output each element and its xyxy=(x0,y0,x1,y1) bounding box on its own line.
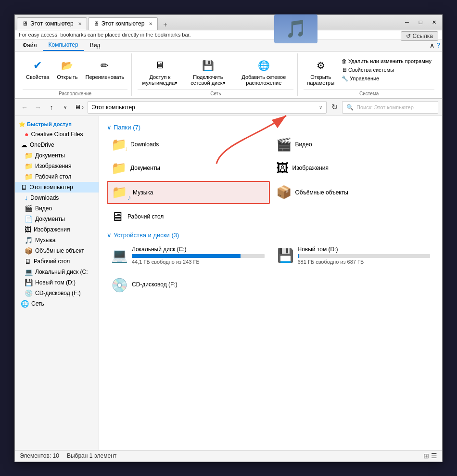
rename-icon: ✏ xyxy=(97,58,113,73)
sidebar-item-docs2[interactable]: 📄 Документы xyxy=(15,214,99,224)
ribbon-tab-computer[interactable]: Компьютер xyxy=(43,39,84,51)
sidebar-item-images[interactable]: 📁 Изображения xyxy=(15,161,99,171)
map-drive-label: Подключить сетевой диск▾ xyxy=(187,74,230,86)
tab-2-label: Этот компьютер xyxy=(102,20,145,27)
ribbon-btn-rename[interactable]: ✏ Переименовать xyxy=(82,55,128,82)
network-icon: 🌐 xyxy=(21,300,29,308)
drive-c-info: Локальный диск (C:) 44,1 ГБ свободно из … xyxy=(132,246,265,265)
tab-1[interactable]: 🖥 Этот компьютер ✕ xyxy=(17,17,87,30)
sidebar-documents-label: Документы xyxy=(35,152,65,159)
sidebar-item-local-c[interactable]: 💻 Локальный диск (C: xyxy=(15,267,99,277)
search-icon: 🔍 xyxy=(346,104,354,111)
ribbon-group-network: 🖥 Доступ к мультимедиа▾ 💾 Подключить сет… xyxy=(134,53,298,96)
ribbon-tab-file[interactable]: Файл xyxy=(17,39,43,51)
folder-documents[interactable]: 📁 Документы xyxy=(107,157,270,179)
sidebar-item-downloads[interactable]: ↓ Downloads xyxy=(15,193,99,203)
search-bar[interactable]: 🔍 Поиск: Этот компьютер xyxy=(342,101,438,114)
drive-cd[interactable]: 💿 CD-дисковод (F:) xyxy=(107,273,269,297)
ribbon-btn-add-location[interactable]: 🌐 Добавить сетевое расположение xyxy=(234,55,293,88)
minimize-button[interactable]: ─ xyxy=(401,17,413,27)
refresh-button[interactable]: ↻ xyxy=(329,102,340,113)
drive-d-bar-bg xyxy=(298,254,431,258)
window-controls: ─ □ ✕ xyxy=(401,17,440,27)
settings-label: Открыть параметры xyxy=(307,74,334,86)
drive-d[interactable]: 💾 Новый том (D:) 681 ГБ свободно из 687 … xyxy=(273,242,435,269)
creative-cloud-icon: ● xyxy=(25,130,28,138)
drive-c-bar-bg xyxy=(132,254,265,258)
ribbon-btn-settings[interactable]: ⚙ Открыть параметры xyxy=(304,55,338,88)
cd-f-icon: 💿 xyxy=(25,289,33,297)
selected-count: Выбран 1 элемент xyxy=(67,452,116,459)
view-toggle: ⊞ ☰ xyxy=(423,452,437,460)
ribbon-btn-system-props[interactable]: 🖥 Свойства системы xyxy=(339,66,434,74)
sidebar-item-new-d[interactable]: 💾 Новый том (D:) xyxy=(15,277,99,288)
sidebar-item-cd-f[interactable]: 💿 CD-дисковод (F:) xyxy=(15,288,99,298)
ribbon-btn-uninstall[interactable]: 🗑 Удалить или изменить программу xyxy=(339,57,434,65)
drive-c-name: Локальный диск (C:) xyxy=(132,246,265,253)
sidebar-quick-access[interactable]: ⭐ Быстрый доступ xyxy=(15,120,99,129)
ribbon-help-button[interactable]: ? xyxy=(436,41,440,49)
drive-c-icon: 💻 xyxy=(111,247,128,263)
close-button[interactable]: ✕ xyxy=(428,17,440,27)
grid-view-button[interactable]: ⊞ xyxy=(423,452,429,460)
sidebar-item-desktop2[interactable]: 🖥 Рабочий стол xyxy=(15,256,99,267)
ribbon-group-system: ⚙ Открыть параметры 🗑 Удалить или измени… xyxy=(300,53,438,96)
drives-grid: 💻 Локальный диск (C:) 44,1 ГБ свободно и… xyxy=(107,242,434,297)
ribbon-btn-open[interactable]: 📂 Открыть xyxy=(53,55,81,82)
sidebar-onedrive-label: OneDrive xyxy=(30,142,54,148)
ribbon-btn-properties[interactable]: ✔ Свойства xyxy=(23,55,52,82)
sidebar-item-documents[interactable]: 📁 Документы xyxy=(15,150,99,161)
recent-button[interactable]: ∨ xyxy=(59,102,71,113)
manage-label: Управление xyxy=(350,76,379,81)
local-c-icon: 💻 xyxy=(25,268,33,276)
ribbon-collapse-button[interactable]: ∧ xyxy=(430,41,434,49)
maximize-button[interactable]: □ xyxy=(414,17,427,27)
sidebar-item-this-pc[interactable]: 🖥 Этот компьютер xyxy=(15,182,99,193)
folder-music[interactable]: 📁 ♪ Музыка xyxy=(107,181,270,204)
sidebar-creative-cloud-label: Creative Cloud Files xyxy=(31,131,83,138)
sidebar-item-creative-cloud[interactable]: ● Creative Cloud Files xyxy=(15,129,99,140)
sidebar-item-imgs2[interactable]: 🖼 Изображения xyxy=(15,224,99,235)
sidebar-item-video[interactable]: 🎬 Видео xyxy=(15,203,99,214)
sidebar-downloads-label: Downloads xyxy=(30,194,59,201)
sidebar-item-3d[interactable]: 📦 Объёмные объект xyxy=(15,245,99,256)
video-folder-icon: 🎬 xyxy=(276,137,292,152)
up-button[interactable]: ↑ xyxy=(46,102,57,113)
forward-button[interactable]: → xyxy=(32,102,44,113)
sidebar-item-desktop[interactable]: 📁 Рабочий стол xyxy=(15,171,99,182)
music-icon: 🎵 xyxy=(25,236,33,244)
folder-downloads[interactable]: 📁↓ Downloads xyxy=(107,134,270,155)
folder-desktop-item[interactable]: 🖥 Рабочий стол xyxy=(107,206,270,228)
status-bar: Элементов: 10 Выбран 1 элемент ⊞ ☰ xyxy=(15,450,442,462)
folder-video[interactable]: 🎬 Видео xyxy=(272,134,435,155)
explorer-window: 🖥 Этот компьютер ✕ 🖥 Этот компьютер ✕ + … xyxy=(14,14,443,462)
sidebar-item-network[interactable]: 🌐 Сеть xyxy=(15,298,99,309)
ribbon-btn-map-drive[interactable]: 💾 Подключить сетевой диск▾ xyxy=(183,55,233,89)
folder-images[interactable]: 🖼 Изображения xyxy=(272,157,435,179)
folder-3d-label: Объёмные объекты xyxy=(295,189,348,196)
drive-d-bar-fill xyxy=(298,254,299,258)
tab-2[interactable]: 🖥 Этот компьютер ✕ xyxy=(88,17,158,30)
settings-icon: ⚙ xyxy=(313,58,329,73)
sidebar-item-music[interactable]: 🎵 Музыка xyxy=(15,235,99,245)
tab-1-close[interactable]: ✕ xyxy=(78,21,82,26)
drive-c[interactable]: 💻 Локальный диск (C:) 44,1 ГБ свободно и… xyxy=(107,242,269,269)
ribbon-btn-manage[interactable]: 🔧 Управление xyxy=(339,75,434,83)
breadcrumb: 🖥 › xyxy=(75,103,84,111)
tab-2-close[interactable]: ✕ xyxy=(149,21,152,26)
sidebar-imgs2-label: Изображения xyxy=(34,226,70,233)
back-button[interactable]: ← xyxy=(19,102,30,113)
folder-3d-objects[interactable]: 📦 Объёмные объекты xyxy=(272,181,435,204)
new-tab-button[interactable]: + xyxy=(160,19,170,30)
link-button-label: Ссылка xyxy=(413,33,433,39)
list-view-button[interactable]: ☰ xyxy=(431,452,437,460)
drive-d-sub: 681 ГБ свободно из 687 ГБ xyxy=(298,259,431,265)
video-icon: 🎬 xyxy=(25,205,33,212)
link-button[interactable]: ↺ Ссылка xyxy=(401,31,438,41)
sidebar-item-onedrive[interactable]: ☁ OneDrive xyxy=(15,140,99,150)
ribbon-btn-media[interactable]: 🖥 Доступ к мультимедиа▾ xyxy=(138,55,182,89)
ribbon-tab-view[interactable]: Вид xyxy=(84,39,106,51)
manage-icon: 🔧 xyxy=(342,76,348,82)
sidebar: ⭐ Быстрый доступ ● Creative Cloud Files … xyxy=(15,116,99,450)
address-bar[interactable]: Этот компьютер ∨ xyxy=(88,101,327,114)
